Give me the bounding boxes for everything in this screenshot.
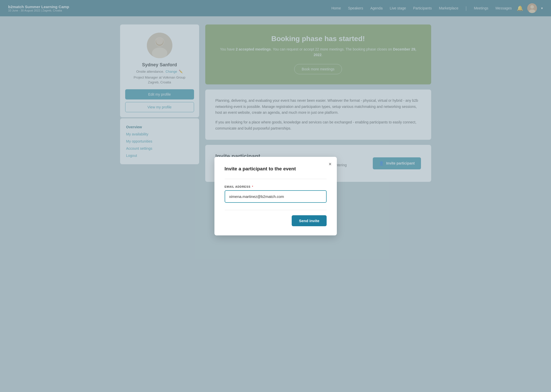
invite-modal: Invite a participant to the event × EMAI…: [214, 157, 337, 235]
modal-close-button[interactable]: ×: [329, 161, 332, 167]
modal-title: Invite a participant to the event: [225, 166, 327, 172]
send-invite-button[interactable]: Send invite: [292, 215, 326, 226]
required-indicator: *: [252, 185, 253, 188]
modal-overlay[interactable]: Invite a participant to the event × EMAI…: [0, 0, 551, 392]
modal-footer: Send invite: [225, 210, 327, 226]
modal-divider: [225, 179, 327, 179]
email-label-text: EMAIL ADDRESS: [225, 185, 251, 188]
email-input[interactable]: [225, 190, 327, 203]
email-label: EMAIL ADDRESS *: [225, 185, 327, 188]
